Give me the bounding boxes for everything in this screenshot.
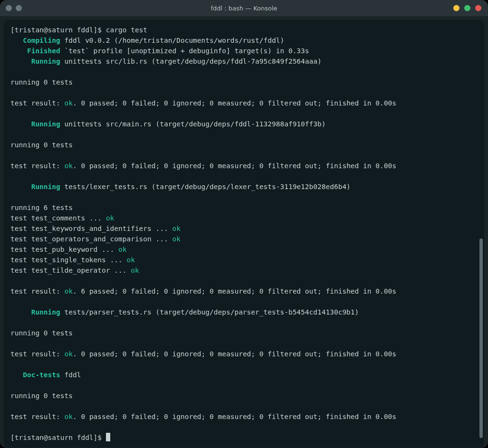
test-result-post: . 0 passed; 0 failed; 0 ignored; 0 measu…: [73, 162, 396, 170]
window-control-dot[interactable]: [6, 5, 12, 11]
test-result-post: . 0 passed; 0 failed; 0 ignored; 0 measu…: [73, 99, 396, 107]
compiling-label: Compiling: [10, 37, 60, 44]
running-text: unittests src/lib.rs (target/debug/deps/…: [60, 57, 322, 65]
test-result-post: . 6 passed; 0 failed; 0 ignored; 0 measu…: [73, 287, 396, 295]
running-label: Running: [10, 308, 60, 316]
doctests-text: fddl: [60, 371, 81, 379]
ok-text: ok: [65, 162, 73, 170]
test-result-pre: test result:: [10, 99, 65, 107]
test-result-pre: test result:: [10, 162, 65, 170]
test-result-post: . 0 passed; 0 failed; 0 ignored; 0 measu…: [73, 413, 396, 420]
cursor: [106, 433, 110, 441]
test-line: test test_comments ...: [10, 214, 106, 222]
ok-text: ok: [65, 413, 73, 420]
ok-text: ok: [65, 350, 73, 358]
test-line: test test_operators_and_comparison ...: [10, 235, 172, 243]
prompt: [tristan@saturn fddl]$: [10, 434, 106, 441]
test-line: test test_pub_keyword ...: [10, 246, 118, 253]
test-line: test test_single_tokens ...: [10, 256, 126, 264]
minimize-button[interactable]: [453, 5, 459, 11]
window-control-dot[interactable]: [16, 5, 22, 11]
finished-label: Finished: [10, 47, 60, 55]
ok-text: ok: [131, 267, 139, 274]
ok-text: ok: [65, 287, 73, 295]
test-line: test test_tilde_operator ...: [10, 267, 131, 274]
ok-text: ok: [106, 214, 114, 222]
titlebar[interactable]: fddl : bash — Konsole: [0, 0, 488, 16]
ok-text: ok: [172, 235, 180, 243]
ok-text: ok: [172, 225, 180, 232]
test-line: test test_keywords_and_identifiers ...: [10, 225, 172, 232]
ok-text: ok: [65, 99, 73, 107]
finished-text: `test` profile [unoptimized + debuginfo]…: [60, 47, 309, 55]
running-label: Running: [10, 120, 60, 128]
test-result-post: . 0 passed; 0 failed; 0 ignored; 0 measu…: [73, 350, 396, 358]
window-title: fddl : bash — Konsole: [211, 5, 277, 12]
terminal-container: [tristan@saturn fddl]$ cargo test Compil…: [0, 16, 488, 448]
close-button[interactable]: [475, 5, 481, 11]
running-tests: running 6 tests: [10, 204, 73, 211]
running-tests: running 0 tests: [10, 329, 73, 337]
test-result-pre: test result:: [10, 350, 65, 358]
scrollbar[interactable]: [479, 238, 483, 438]
doctests-label: Doc-tests: [10, 371, 60, 379]
running-tests: running 0 tests: [10, 78, 73, 86]
command: cargo test: [106, 26, 147, 34]
running-tests: running 0 tests: [10, 141, 73, 149]
prompt: [tristan@saturn fddl]$: [10, 26, 106, 34]
running-text: tests/parser_tests.rs (target/debug/deps…: [60, 308, 359, 316]
running-label: Running: [10, 183, 60, 191]
terminal[interactable]: [tristan@saturn fddl]$ cargo test Compil…: [4, 20, 484, 448]
running-text: tests/lexer_tests.rs (target/debug/deps/…: [60, 183, 351, 191]
running-text: unittests src/main.rs (target/debug/deps…: [60, 120, 326, 128]
left-window-controls: [6, 5, 22, 11]
running-tests: running 0 tests: [10, 392, 73, 400]
running-label: Running: [10, 57, 60, 65]
compiling-text: fddl v0.0.2 (/home/tristan/Documents/wor…: [60, 37, 284, 44]
ok-text: ok: [126, 256, 134, 264]
ok-text: ok: [118, 246, 126, 253]
konsole-window: fddl : bash — Konsole [tristan@saturn fd…: [0, 0, 488, 448]
maximize-button[interactable]: [464, 5, 470, 11]
test-result-pre: test result:: [10, 413, 65, 420]
test-result-pre: test result:: [10, 287, 65, 295]
right-window-controls: [453, 5, 481, 11]
